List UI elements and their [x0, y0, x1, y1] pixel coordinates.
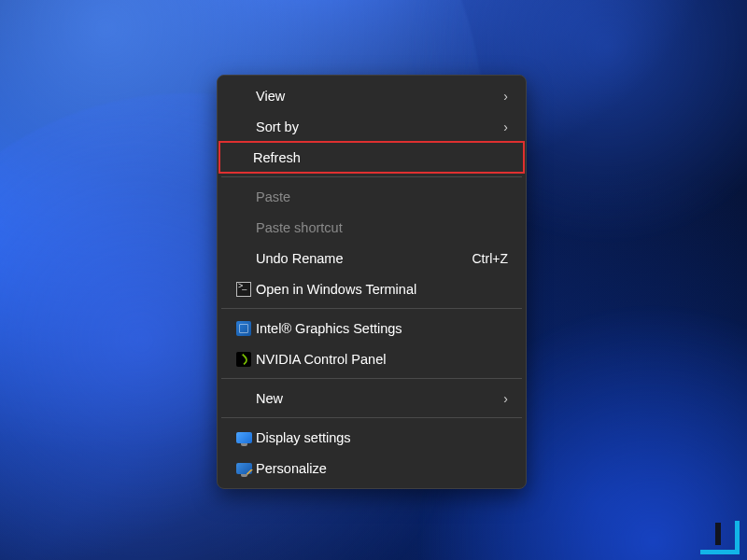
menu-item-display-settings[interactable]: Display settings	[222, 422, 521, 453]
menu-item-intel-graphics[interactable]: Intel® Graphics Settings	[222, 313, 521, 343]
menu-label: Open in Windows Terminal	[256, 282, 508, 297]
menu-shortcut: Ctrl+Z	[472, 251, 509, 266]
menu-separator	[221, 378, 522, 379]
chevron-right-icon: ›	[503, 391, 508, 406]
menu-item-open-terminal[interactable]: Open in Windows Terminal	[222, 273, 521, 304]
menu-item-view[interactable]: View ›	[222, 80, 521, 111]
menu-label: Refresh	[253, 150, 511, 165]
watermark	[700, 521, 740, 554]
nvidia-icon	[232, 352, 256, 367]
menu-label: Undo Rename	[256, 251, 465, 266]
menu-label: Paste shortcut	[256, 220, 508, 235]
menu-item-personalize[interactable]: Personalize	[222, 453, 521, 483]
menu-item-undo-rename[interactable]: Undo Rename Ctrl+Z	[222, 243, 521, 273]
menu-label: Personalize	[256, 461, 508, 476]
desktop-context-menu: View › Sort by › Refresh Paste Paste sho…	[217, 75, 527, 489]
display-icon	[232, 432, 256, 443]
menu-separator	[221, 176, 522, 177]
menu-item-refresh[interactable]: Refresh	[219, 142, 524, 173]
menu-separator	[221, 308, 522, 309]
menu-label: New	[256, 391, 496, 406]
personalize-icon	[232, 463, 256, 474]
intel-icon	[232, 321, 256, 336]
menu-label: Intel® Graphics Settings	[256, 321, 508, 336]
chevron-right-icon: ›	[503, 89, 508, 104]
menu-item-new[interactable]: New ›	[222, 383, 521, 413]
menu-item-sort-by[interactable]: Sort by ›	[222, 111, 521, 142]
watermark-logo-icon	[700, 521, 740, 554]
menu-item-paste: Paste	[222, 181, 521, 212]
menu-label: Paste	[256, 189, 508, 204]
chevron-right-icon: ›	[503, 119, 508, 134]
menu-separator	[221, 417, 522, 418]
menu-label: NVIDIA Control Panel	[256, 352, 508, 367]
menu-item-nvidia-control-panel[interactable]: NVIDIA Control Panel	[222, 343, 521, 374]
menu-label: Display settings	[256, 430, 508, 445]
terminal-icon	[232, 282, 256, 297]
menu-item-paste-shortcut: Paste shortcut	[222, 212, 521, 243]
menu-label: Sort by	[256, 119, 496, 134]
menu-label: View	[256, 89, 496, 104]
